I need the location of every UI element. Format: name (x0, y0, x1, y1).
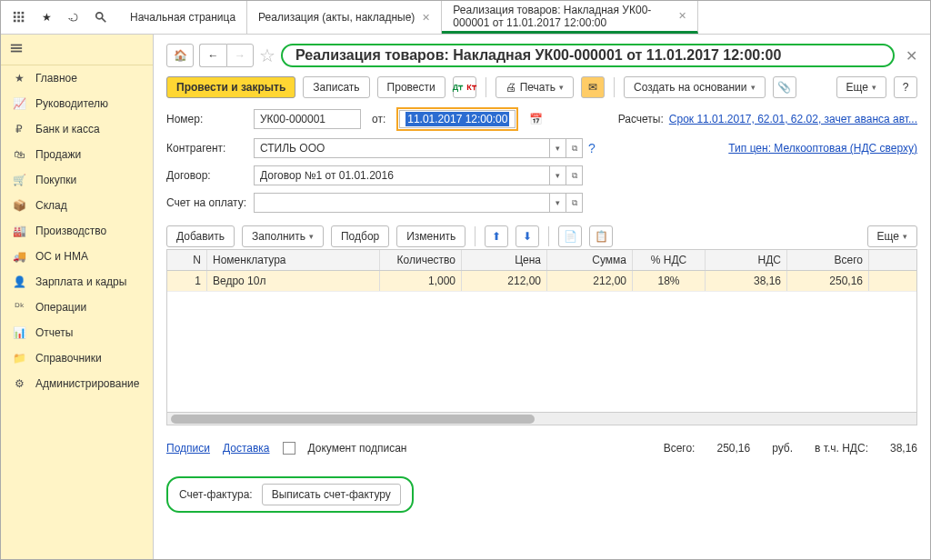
sidebar-item-main[interactable]: ★Главное (1, 65, 153, 91)
separator (614, 77, 615, 97)
dropdown-icon[interactable]: ▾ (550, 138, 566, 158)
calc-link[interactable]: Срок 11.01.2017, 62.01, 62.02, зачет ава… (669, 113, 917, 125)
sidebar-item-production[interactable]: 🏭Производство (1, 218, 153, 244)
signed-checkbox[interactable] (283, 442, 295, 455)
scrollbar-thumb[interactable] (171, 415, 535, 424)
close-icon[interactable]: ✕ (678, 10, 686, 22)
sidebar-item-catalogs[interactable]: 📁Справочники (1, 345, 153, 371)
fill-button[interactable]: Заполнить (242, 225, 324, 247)
sidebar-item-label: Покупки (35, 174, 76, 186)
svg-rect-0 (14, 12, 16, 15)
more-button[interactable]: Еще (836, 76, 886, 98)
number-input[interactable]: УК00-000001 (254, 109, 361, 129)
dropdown-icon[interactable]: ▾ (550, 193, 566, 213)
sidebar-item-assets[interactable]: 🚚ОС и НМА (1, 244, 153, 269)
search-icon[interactable] (88, 5, 114, 30)
col-price[interactable]: Цена (462, 250, 547, 270)
tabs: Начальная страница Реализация (акты, нак… (119, 1, 930, 34)
print-button[interactable]: 🖨Печать (496, 76, 574, 98)
home-button[interactable]: 🏠 (166, 44, 194, 67)
close-button[interactable]: ✕ (906, 47, 917, 65)
price-type-link[interactable]: Тип цен: Мелкооптовая (НДС сверху) (728, 142, 917, 155)
sidebar-item-manager[interactable]: 📈Руководителю (1, 91, 153, 116)
sidebar-item-admin[interactable]: ⚙Администрирование (1, 371, 153, 396)
sidebar-item-label: Производство (35, 225, 106, 237)
tab-sales[interactable]: Реализация (акты, накладные)✕ (247, 1, 442, 34)
move-down-button[interactable]: ⬇ (516, 225, 539, 247)
table-more-button[interactable]: Еще (867, 225, 917, 247)
cell-qty: 1,000 (380, 271, 462, 291)
sidebar-item-salary[interactable]: 👤Зарплата и кадры (1, 269, 153, 295)
invoice-label: Счет на оплату: (166, 196, 248, 209)
forward-button[interactable]: → (226, 44, 254, 67)
favorite-star-icon[interactable]: ☆ (259, 45, 275, 66)
vat-label: в т.ч. НДС: (815, 442, 868, 455)
dropdown-icon[interactable]: ▾ (550, 165, 566, 185)
close-icon[interactable]: ✕ (422, 12, 430, 24)
sidebar-item-operations[interactable]: ᴰᵏОперации (1, 295, 153, 320)
counterparty-input[interactable]: СТИЛЬ ООО (254, 138, 550, 158)
cell-vatp: 18% (633, 271, 706, 291)
sidebar-item-purchases[interactable]: 🛒Покупки (1, 167, 153, 193)
paste-button[interactable]: 📋 (589, 225, 613, 247)
sidebar-item-bank[interactable]: ₽Банк и касса (1, 116, 153, 142)
calc-label: Расчеты: (618, 113, 664, 125)
gear-icon: ⚙ (12, 377, 26, 390)
help-button[interactable]: ? (894, 76, 917, 98)
sidebar-item-sales[interactable]: 🛍Продажи (1, 142, 153, 167)
mail-button[interactable]: ✉ (581, 76, 605, 98)
sidebar-toggle[interactable] (1, 35, 153, 65)
separator (548, 226, 549, 246)
open-icon[interactable]: ⧉ (566, 138, 583, 158)
history-icon[interactable] (61, 5, 86, 30)
table-toolbar: Добавить Заполнить Подбор Изменить ⬆ ⬇ 📄… (166, 225, 917, 247)
row-invoice: Счет на оплату: ▾ ⧉ (166, 193, 917, 213)
person-icon: 👤 (12, 275, 26, 288)
cart-icon: 🛒 (12, 174, 26, 186)
totals: Всего: 250,16 руб. в т.ч. НДС: 38,16 (664, 442, 917, 455)
currency: руб. (772, 442, 793, 455)
post-and-close-button[interactable]: Провести и закрыть (166, 76, 295, 98)
table-row[interactable]: 1 Ведро 10л 1,000 212,00 212,00 18% 38,1… (167, 271, 916, 292)
bottom-row: Подписи Доставка Документ подписан Всего… (166, 442, 917, 455)
open-icon[interactable]: ⧉ (566, 193, 583, 213)
date-input[interactable]: 11.01.2017 12:00:00 (399, 110, 516, 128)
invoice-input[interactable] (254, 193, 550, 213)
signatures-link[interactable]: Подписи (166, 442, 210, 455)
svg-rect-1 (17, 12, 20, 15)
move-up-button[interactable]: ⬆ (485, 225, 508, 247)
write-invoice-button[interactable]: Выписать счет-фактуру (262, 484, 401, 505)
apps-icon[interactable] (6, 5, 32, 30)
help-icon[interactable]: ? (588, 141, 596, 155)
star-icon[interactable]: ★ (34, 5, 59, 30)
col-total[interactable]: Всего (787, 250, 869, 270)
col-qty[interactable]: Количество (380, 250, 462, 270)
change-button[interactable]: Изменить (396, 225, 466, 247)
copy-button[interactable]: 📄 (558, 225, 582, 247)
post-button[interactable]: Провести (377, 76, 445, 98)
scrollbar[interactable] (166, 413, 917, 425)
select-button[interactable]: Подбор (331, 225, 389, 247)
write-button[interactable]: Записать (303, 76, 369, 98)
tab-home[interactable]: Начальная страница (119, 1, 247, 34)
back-button[interactable]: ← (199, 44, 226, 67)
delivery-link[interactable]: Доставка (223, 442, 270, 455)
col-sum[interactable]: Сумма (547, 250, 633, 270)
col-n[interactable]: N (167, 250, 207, 270)
contract-input[interactable]: Договор №1 от 01.01.2016 (254, 165, 550, 185)
title-row: 🏠 ← → ☆ Реализация товаров: Накладная УК… (166, 44, 917, 67)
sidebar-item-warehouse[interactable]: 📦Склад (1, 193, 153, 218)
create-based-button[interactable]: Создать на основании (624, 76, 766, 98)
sidebar-item-reports[interactable]: 📊Отчеты (1, 320, 153, 345)
open-icon[interactable]: ⧉ (566, 165, 583, 185)
col-vat[interactable]: НДС (706, 250, 787, 270)
row-counterparty: Контрагент: СТИЛЬ ООО ▾ ⧉ ? Тип цен: Мел… (166, 138, 917, 158)
tab-document[interactable]: Реализация товаров: Накладная УК00-00000… (442, 1, 698, 34)
calendar-icon[interactable]: 📅 (529, 113, 543, 125)
col-vatp[interactable]: % НДС (633, 250, 706, 270)
attach-button[interactable]: 📎 (773, 76, 796, 98)
dt-kt-button[interactable]: ДᴛКᴛ (453, 76, 476, 98)
add-button[interactable]: Добавить (166, 225, 235, 247)
grid-body[interactable]: 1 Ведро 10л 1,000 212,00 212,00 18% 38,1… (167, 271, 916, 412)
col-name[interactable]: Номенклатура (207, 250, 380, 270)
